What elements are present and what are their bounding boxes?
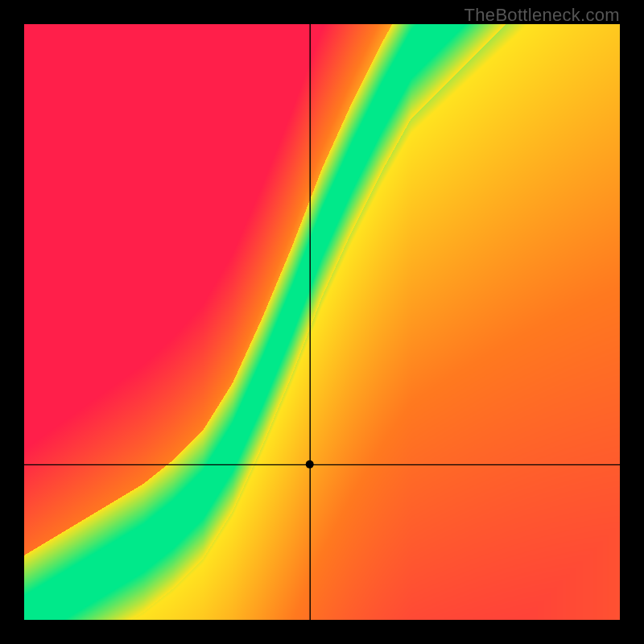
chart-frame: TheBottleneck.com	[0, 0, 644, 644]
crosshair-overlay	[24, 24, 620, 620]
watermark-text: TheBottleneck.com	[464, 5, 620, 26]
